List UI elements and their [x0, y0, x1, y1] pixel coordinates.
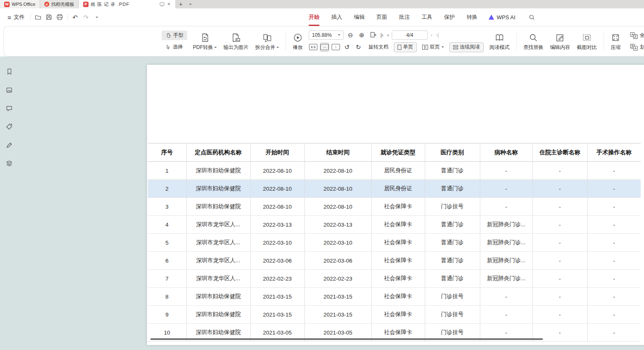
ribbon-tab-page[interactable]: 页面 [370, 8, 393, 26]
zoom-and-navigation: 105.88% ⊖ ⊕ |‹ ‹ 4/4 › ›| [306, 31, 486, 52]
full-translate-button[interactable]: A文 全文翻译 [626, 31, 644, 40]
table-cell: 深圳市妇幼保健院 [186, 306, 250, 324]
print-icon[interactable] [54, 12, 65, 23]
split-merge-button[interactable]: 拆分合并 [252, 32, 282, 51]
zoom-out-icon[interactable]: ⊖ [346, 31, 355, 40]
table-cell: 5 [148, 234, 186, 252]
table-cell: 门诊挂号 [425, 288, 480, 306]
horizontal-scrollbar[interactable] [150, 338, 543, 340]
ribbon-tab-edit[interactable]: 编辑 [348, 8, 370, 26]
document-canvas[interactable]: 序号定点医药机构名称开始时间结束时间就诊凭证类型医疗类别病种名称住院主诊断名称手… [18, 56, 644, 350]
table-cell: - [587, 180, 641, 198]
continuous-read-icon [453, 45, 458, 49]
annotation-icon[interactable] [5, 123, 13, 131]
toolbar-panel: 手型 选择 PDF转换 输出为图片 [3, 26, 644, 56]
pdf-convert-button[interactable]: PDF转换 [190, 32, 220, 51]
export-image-button[interactable]: 输出为图片 [220, 32, 252, 51]
page-indicator-input[interactable]: 4/4 [392, 31, 428, 40]
find-replace-icon [529, 32, 538, 42]
nav-prev-icon[interactable]: ‹ [386, 32, 390, 38]
table-cell: - [587, 234, 641, 252]
nav-last-icon[interactable]: ›| [435, 32, 440, 38]
docer-icon: d [44, 2, 49, 7]
search-icon[interactable] [526, 12, 537, 23]
undo-icon[interactable]: ↶ [70, 12, 81, 23]
word-translate-icon: 文A [630, 44, 638, 51]
find-replace-button[interactable]: 查找替换 [520, 32, 547, 51]
nav-next-icon[interactable]: › [430, 32, 433, 38]
fit-page-button[interactable]: ↕ [331, 43, 340, 52]
read-mode-button[interactable]: 阅读模式 [486, 32, 513, 51]
divider [286, 32, 286, 51]
tab-docer[interactable]: d 找稻壳模板 [40, 0, 79, 8]
save-icon[interactable] [43, 12, 54, 23]
table-cell: 3 [148, 198, 186, 216]
word-translate-button[interactable]: 文A 划词翻译 [626, 42, 644, 52]
rotate-left-icon[interactable]: ↺ [342, 43, 352, 52]
rotate-doc-button[interactable]: 旋转文档 [365, 42, 392, 52]
open-file-icon[interactable] [33, 12, 43, 23]
table-cell: - [480, 162, 532, 180]
column-header: 医疗类别 [425, 143, 480, 162]
table-cell: 普通门诊 [425, 252, 480, 270]
nav-first-icon[interactable]: |‹ [380, 32, 384, 38]
zoom-in-icon[interactable]: ⊕ [357, 31, 366, 40]
export-image-label: 输出为图片 [223, 44, 248, 51]
screenshot-compare-button[interactable]: 截图对比 [573, 32, 600, 51]
tab-wps-office[interactable]: W WPS Office [0, 0, 40, 8]
tab-document[interactable]: P 就 医 记 录 .PDF × [79, 0, 176, 8]
page-jump-icon[interactable] [368, 31, 378, 40]
fit-width-button[interactable]: ↔ [320, 43, 329, 52]
double-page-button[interactable]: 双页 [419, 42, 447, 52]
fit-width-icon: ↔ [320, 44, 329, 50]
rotate-right-icon[interactable]: ↻ [354, 43, 363, 52]
highlight-pen-icon[interactable] [5, 141, 13, 149]
wps-ai-button[interactable]: WPS AI [483, 8, 520, 26]
column-header: 开始时间 [250, 143, 304, 162]
divider [603, 32, 604, 51]
hand-tool-button[interactable]: 手型 [162, 31, 187, 40]
rotate-doc-label: 旋转文档 [368, 43, 388, 51]
play-button[interactable]: 播放 [289, 32, 306, 51]
file-menu-button[interactable]: ≡ 文件 [4, 11, 28, 23]
ribbon-tab-home[interactable]: 开始 [303, 8, 325, 26]
undo-dropdown-icon[interactable] [91, 12, 102, 23]
redo-icon[interactable]: ↷ [81, 12, 91, 23]
compress-button[interactable]: 压缩 [607, 32, 624, 51]
play-label: 播放 [293, 44, 303, 51]
ribbon-tab-tools[interactable]: 工具 [416, 8, 438, 26]
read-mode-icon [495, 32, 504, 42]
zoom-level-dropdown[interactable]: 105.88% [309, 31, 344, 40]
table-cell: 8 [148, 288, 186, 306]
document-title: 就 医 记 录 .PDF [91, 1, 129, 8]
table-cell: 深圳市龙华区人... [186, 216, 250, 234]
ribbon-tab-comment[interactable]: 批注 [393, 8, 416, 26]
column-header: 住院主诊断名称 [532, 143, 587, 162]
chevron-down-icon [338, 34, 340, 36]
table-cell: 2022-03-10 [304, 234, 371, 252]
thumbnails-icon[interactable] [5, 86, 13, 94]
table-cell: 4 [148, 216, 186, 234]
ribbon-tab-insert[interactable]: 插入 [325, 8, 348, 26]
layers-icon[interactable] [5, 159, 13, 168]
bookmark-icon[interactable] [5, 67, 13, 76]
monitor-icon[interactable] [160, 2, 165, 7]
table-cell: 普通门诊 [425, 180, 480, 198]
edit-content-button[interactable]: 编辑内容 [547, 32, 573, 51]
ribbon-tab-convert[interactable]: 转换 [461, 8, 483, 26]
continuous-read-button[interactable]: 连续阅读 [449, 42, 484, 52]
select-tool-button[interactable]: 选择 [162, 42, 187, 52]
close-icon[interactable]: × [167, 1, 171, 7]
single-page-button[interactable]: 单页 [394, 42, 417, 52]
table-cell: 普通门诊 [425, 216, 480, 234]
table-cell: 居民身份证 [371, 162, 425, 180]
actual-size-button[interactable]: 1:1 [309, 43, 318, 52]
ribbon-tab-protect[interactable]: 保护 [438, 8, 461, 26]
tab-docer-label: 找稻壳模板 [51, 1, 74, 8]
comment-icon[interactable] [5, 104, 13, 112]
tab-list-dropdown[interactable] [186, 0, 195, 8]
table-row: 5深圳市龙华区人...2022-03-102022-03-10社会保障卡普通门诊… [148, 234, 641, 252]
zoom-row: 105.88% ⊖ ⊕ |‹ ‹ 4/4 › ›| [309, 31, 484, 40]
double-page-icon [422, 45, 428, 50]
new-tab-button[interactable]: + [176, 0, 186, 8]
